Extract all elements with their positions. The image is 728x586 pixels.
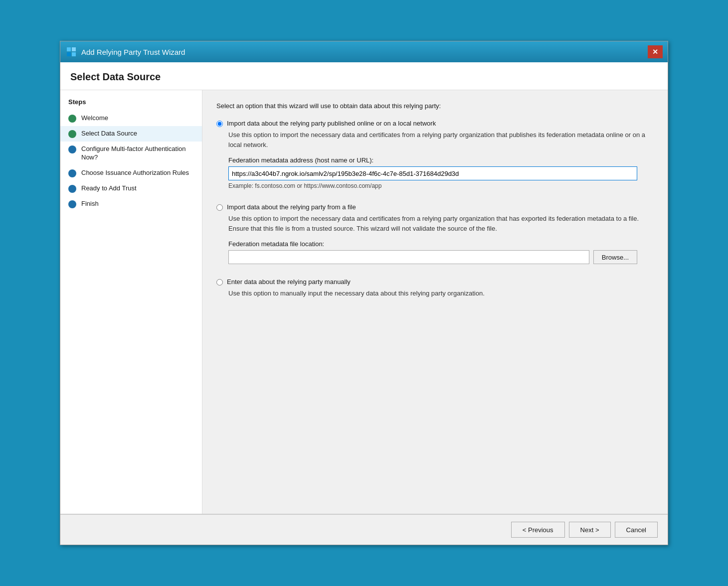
footer: < Previous Next > Cancel: [60, 514, 668, 545]
radio-manual[interactable]: [216, 279, 223, 286]
svg-rect-3: [72, 52, 76, 56]
dot-configure-multifactor: [68, 146, 76, 153]
svg-rect-1: [72, 47, 76, 51]
radio-online[interactable]: [216, 121, 223, 127]
field-group-file: Federation metadata file location: Brows…: [228, 240, 654, 264]
dot-ready-to-add: [68, 185, 76, 193]
sidebar-item-welcome[interactable]: Welcome: [60, 111, 202, 126]
content-area: Steps Welcome Select Data Source Configu…: [60, 90, 668, 514]
cancel-button[interactable]: Cancel: [615, 522, 658, 538]
sidebar-item-configure-multifactor-label: Configure Multi-factor Authentication No…: [81, 145, 194, 162]
previous-button[interactable]: < Previous: [511, 522, 565, 538]
dot-finish: [68, 200, 76, 208]
field-example: Example: fs.contoso.com or https://www.c…: [228, 182, 654, 189]
metadata-url-input[interactable]: [228, 166, 637, 180]
option-group-online: Import data about the relying party publ…: [216, 120, 654, 193]
option-manual-label[interactable]: Enter data about the relying party manua…: [227, 278, 351, 286]
sidebar-item-ready-to-add[interactable]: Ready to Add Trust: [60, 181, 202, 196]
sidebar-item-ready-to-add-label: Ready to Add Trust: [81, 184, 137, 193]
metadata-url-label: Federation metadata address (host name o…: [228, 156, 654, 164]
main-instruction: Select an option that this wizard will u…: [216, 102, 654, 110]
sidebar: Steps Welcome Select Data Source Configu…: [60, 90, 202, 514]
option-row-online: Import data about the relying party publ…: [216, 120, 654, 127]
svg-rect-2: [67, 52, 71, 56]
metadata-file-input[interactable]: [228, 250, 589, 264]
svg-rect-0: [67, 47, 71, 51]
sidebar-item-choose-issuance[interactable]: Choose Issuance Authorization Rules: [60, 165, 202, 181]
browse-button[interactable]: Browse...: [593, 250, 637, 264]
option-file-desc: Use this option to import the necessary …: [228, 214, 654, 233]
option-group-file: Import data about the relying party from…: [216, 203, 654, 268]
page-header: Select Data Source: [60, 62, 668, 90]
metadata-file-label: Federation metadata file location:: [228, 240, 654, 248]
option-row-manual: Enter data about the relying party manua…: [216, 278, 654, 286]
option-file-label[interactable]: Import data about the relying party from…: [227, 203, 356, 211]
dot-select-data-source: [68, 130, 76, 138]
wizard-window: Add Relying Party Trust Wizard ✕ Select …: [60, 41, 668, 545]
radio-file[interactable]: [216, 204, 223, 211]
sidebar-item-choose-issuance-label: Choose Issuance Authorization Rules: [81, 169, 189, 177]
sidebar-item-select-data-source-label: Select Data Source: [81, 130, 137, 138]
window-title: Add Relying Party Trust Wizard: [81, 48, 185, 56]
dot-choose-issuance: [68, 169, 76, 177]
title-bar: Add Relying Party Trust Wizard ✕: [60, 41, 668, 62]
option-group-manual: Enter data about the relying party manua…: [216, 278, 654, 305]
sidebar-item-finish-label: Finish: [81, 200, 99, 208]
page-title: Select Data Source: [70, 71, 658, 83]
option-online-label[interactable]: Import data about the relying party publ…: [227, 120, 436, 127]
app-icon: [65, 46, 77, 58]
sidebar-item-configure-multifactor[interactable]: Configure Multi-factor Authentication No…: [60, 142, 202, 165]
dot-welcome: [68, 115, 76, 123]
file-row: Browse...: [228, 250, 637, 264]
sidebar-item-select-data-source[interactable]: Select Data Source: [60, 126, 202, 142]
sidebar-item-finish[interactable]: Finish: [60, 196, 202, 212]
title-bar-left: Add Relying Party Trust Wizard: [65, 46, 185, 58]
steps-label: Steps: [60, 98, 202, 111]
option-online-desc: Use this option to import the necessary …: [228, 130, 654, 149]
close-button[interactable]: ✕: [648, 45, 663, 58]
option-row-file: Import data about the relying party from…: [216, 203, 654, 211]
sidebar-item-welcome-label: Welcome: [81, 114, 108, 123]
next-button[interactable]: Next >: [569, 522, 611, 538]
main-panel: Select an option that this wizard will u…: [202, 90, 668, 514]
field-group-online: Federation metadata address (host name o…: [228, 156, 654, 189]
option-manual-desc: Use this option to manually input the ne…: [228, 289, 654, 298]
